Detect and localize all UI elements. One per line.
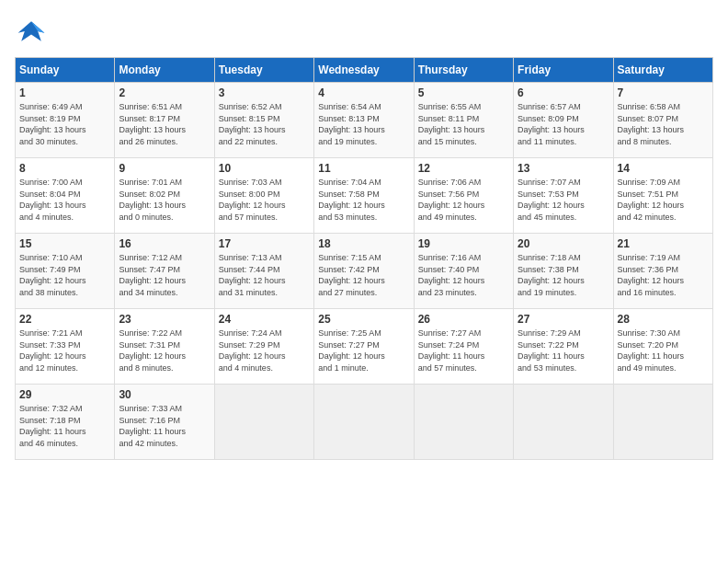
cell-info: Sunrise: 6:57 AMSunset: 8:09 PMDaylight:…	[518, 101, 609, 147]
day-number: 26	[418, 313, 509, 326]
day-number: 2	[119, 86, 210, 99]
calendar-cell: 6Sunrise: 6:57 AMSunset: 8:09 PMDaylight…	[514, 83, 613, 158]
day-number: 10	[219, 162, 310, 175]
day-number: 21	[618, 237, 709, 250]
calendar-cell: 22Sunrise: 7:21 AMSunset: 7:33 PMDayligh…	[16, 309, 115, 385]
calendar-cell	[214, 385, 313, 460]
col-header-monday: Monday	[115, 58, 214, 83]
calendar-cell: 17Sunrise: 7:13 AMSunset: 7:44 PMDayligh…	[214, 234, 313, 309]
cell-info: Sunrise: 7:10 AMSunset: 7:49 PMDaylight:…	[19, 252, 110, 298]
day-number: 16	[119, 237, 210, 250]
cell-info: Sunrise: 7:22 AMSunset: 7:31 PMDaylight:…	[119, 327, 210, 373]
logo-bird-icon	[15, 15, 48, 48]
cell-info: Sunrise: 7:16 AMSunset: 7:40 PMDaylight:…	[418, 252, 509, 298]
cell-info: Sunrise: 7:19 AMSunset: 7:36 PMDaylight:…	[618, 252, 709, 298]
cell-info: Sunrise: 6:52 AMSunset: 8:15 PMDaylight:…	[219, 101, 310, 147]
calendar-cell	[414, 385, 513, 460]
day-number: 29	[19, 388, 110, 401]
cell-info: Sunrise: 7:27 AMSunset: 7:24 PMDaylight:…	[418, 327, 509, 373]
calendar-cell: 8Sunrise: 7:00 AMSunset: 8:04 PMDaylight…	[16, 158, 115, 234]
calendar-cell: 11Sunrise: 7:04 AMSunset: 7:58 PMDayligh…	[314, 158, 414, 234]
calendar-cell: 27Sunrise: 7:29 AMSunset: 7:22 PMDayligh…	[514, 309, 613, 385]
day-number: 22	[19, 313, 110, 326]
calendar-cell: 12Sunrise: 7:06 AMSunset: 7:56 PMDayligh…	[414, 158, 513, 234]
calendar-cell: 18Sunrise: 7:15 AMSunset: 7:42 PMDayligh…	[314, 234, 414, 309]
day-number: 27	[518, 313, 609, 326]
cell-info: Sunrise: 7:03 AMSunset: 8:00 PMDaylight:…	[219, 177, 310, 223]
calendar-cell: 14Sunrise: 7:09 AMSunset: 7:51 PMDayligh…	[613, 158, 712, 234]
day-number: 19	[418, 237, 509, 250]
cell-info: Sunrise: 7:01 AMSunset: 8:02 PMDaylight:…	[119, 177, 210, 223]
cell-info: Sunrise: 7:29 AMSunset: 7:22 PMDaylight:…	[518, 327, 609, 373]
day-number: 18	[318, 237, 409, 250]
day-number: 14	[618, 162, 709, 175]
calendar-cell: 28Sunrise: 7:30 AMSunset: 7:20 PMDayligh…	[613, 309, 712, 385]
calendar-cell: 30Sunrise: 7:33 AMSunset: 7:16 PMDayligh…	[115, 385, 214, 460]
cell-info: Sunrise: 7:04 AMSunset: 7:58 PMDaylight:…	[318, 177, 409, 223]
day-number: 9	[119, 162, 210, 175]
day-number: 12	[418, 162, 509, 175]
calendar-cell: 9Sunrise: 7:01 AMSunset: 8:02 PMDaylight…	[115, 158, 214, 234]
day-number: 7	[618, 86, 709, 99]
calendar-cell: 4Sunrise: 6:54 AMSunset: 8:13 PMDaylight…	[314, 83, 414, 158]
cell-info: Sunrise: 7:30 AMSunset: 7:20 PMDaylight:…	[618, 327, 709, 373]
calendar-cell: 13Sunrise: 7:07 AMSunset: 7:53 PMDayligh…	[514, 158, 613, 234]
col-header-friday: Friday	[514, 58, 613, 83]
logo	[15, 15, 51, 48]
calendar-cell: 19Sunrise: 7:16 AMSunset: 7:40 PMDayligh…	[414, 234, 513, 309]
cell-info: Sunrise: 7:32 AMSunset: 7:18 PMDaylight:…	[19, 403, 110, 449]
col-header-wednesday: Wednesday	[314, 58, 414, 83]
cell-info: Sunrise: 7:06 AMSunset: 7:56 PMDaylight:…	[418, 177, 509, 223]
day-number: 1	[19, 86, 110, 99]
calendar-cell	[314, 385, 414, 460]
cell-info: Sunrise: 7:09 AMSunset: 7:51 PMDaylight:…	[618, 177, 709, 223]
day-number: 20	[518, 237, 609, 250]
calendar-cell	[613, 385, 712, 460]
calendar-cell: 29Sunrise: 7:32 AMSunset: 7:18 PMDayligh…	[16, 385, 115, 460]
calendar-cell: 1Sunrise: 6:49 AMSunset: 8:19 PMDaylight…	[16, 83, 115, 158]
header	[15, 15, 713, 48]
cell-info: Sunrise: 7:18 AMSunset: 7:38 PMDaylight:…	[518, 252, 609, 298]
cell-info: Sunrise: 6:51 AMSunset: 8:17 PMDaylight:…	[119, 101, 210, 147]
col-header-tuesday: Tuesday	[214, 58, 313, 83]
calendar-cell: 15Sunrise: 7:10 AMSunset: 7:49 PMDayligh…	[16, 234, 115, 309]
calendar-cell: 16Sunrise: 7:12 AMSunset: 7:47 PMDayligh…	[115, 234, 214, 309]
cell-info: Sunrise: 6:54 AMSunset: 8:13 PMDaylight:…	[318, 101, 409, 147]
day-number: 5	[418, 86, 509, 99]
calendar-cell: 24Sunrise: 7:24 AMSunset: 7:29 PMDayligh…	[214, 309, 313, 385]
page: SundayMondayTuesdayWednesdayThursdayFrid…	[0, 0, 728, 467]
day-number: 25	[318, 313, 409, 326]
calendar-cell: 23Sunrise: 7:22 AMSunset: 7:31 PMDayligh…	[115, 309, 214, 385]
day-number: 17	[219, 237, 310, 250]
day-number: 3	[219, 86, 310, 99]
calendar-table: SundayMondayTuesdayWednesdayThursdayFrid…	[15, 57, 713, 460]
day-number: 15	[19, 237, 110, 250]
cell-info: Sunrise: 6:58 AMSunset: 8:07 PMDaylight:…	[618, 101, 709, 147]
cell-info: Sunrise: 6:55 AMSunset: 8:11 PMDaylight:…	[418, 101, 509, 147]
cell-info: Sunrise: 7:25 AMSunset: 7:27 PMDaylight:…	[318, 327, 409, 373]
cell-info: Sunrise: 7:12 AMSunset: 7:47 PMDaylight:…	[119, 252, 210, 298]
cell-info: Sunrise: 7:13 AMSunset: 7:44 PMDaylight:…	[219, 252, 310, 298]
calendar-cell	[514, 385, 613, 460]
calendar-cell: 10Sunrise: 7:03 AMSunset: 8:00 PMDayligh…	[214, 158, 313, 234]
day-number: 28	[618, 313, 709, 326]
day-number: 30	[119, 388, 210, 401]
day-number: 8	[19, 162, 110, 175]
day-number: 6	[518, 86, 609, 99]
calendar-cell: 7Sunrise: 6:58 AMSunset: 8:07 PMDaylight…	[613, 83, 712, 158]
cell-info: Sunrise: 7:00 AMSunset: 8:04 PMDaylight:…	[19, 177, 110, 223]
day-number: 11	[318, 162, 409, 175]
calendar-cell: 26Sunrise: 7:27 AMSunset: 7:24 PMDayligh…	[414, 309, 513, 385]
col-header-saturday: Saturday	[613, 58, 712, 83]
calendar-cell: 2Sunrise: 6:51 AMSunset: 8:17 PMDaylight…	[115, 83, 214, 158]
day-number: 24	[219, 313, 310, 326]
day-number: 13	[518, 162, 609, 175]
calendar-cell: 5Sunrise: 6:55 AMSunset: 8:11 PMDaylight…	[414, 83, 513, 158]
calendar-cell: 21Sunrise: 7:19 AMSunset: 7:36 PMDayligh…	[613, 234, 712, 309]
calendar-cell: 25Sunrise: 7:25 AMSunset: 7:27 PMDayligh…	[314, 309, 414, 385]
cell-info: Sunrise: 7:15 AMSunset: 7:42 PMDaylight:…	[318, 252, 409, 298]
cell-info: Sunrise: 7:07 AMSunset: 7:53 PMDaylight:…	[518, 177, 609, 223]
calendar-cell: 20Sunrise: 7:18 AMSunset: 7:38 PMDayligh…	[514, 234, 613, 309]
cell-info: Sunrise: 7:24 AMSunset: 7:29 PMDaylight:…	[219, 327, 310, 373]
cell-info: Sunrise: 7:33 AMSunset: 7:16 PMDaylight:…	[119, 403, 210, 449]
